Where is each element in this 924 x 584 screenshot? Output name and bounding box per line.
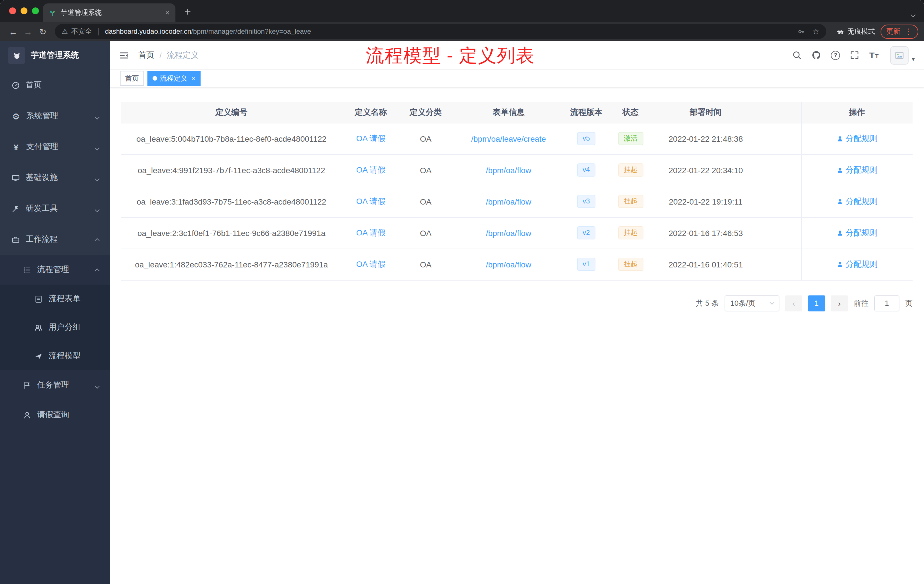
forward-button[interactable]: → [21,27,35,36]
user-icon [837,198,843,205]
help-icon[interactable]: ? [831,51,840,60]
key-icon[interactable] [798,28,805,35]
sidebar-item-home[interactable]: 首页 [0,70,110,101]
window-close-button[interactable] [9,7,16,14]
form-link[interactable]: /bpm/oa/flow [486,260,531,269]
column-header-id: 定义编号 [121,102,342,123]
sidebar-item-payment[interactable]: ¥ 支付管理 [0,132,110,162]
url-domain: dashboard.yudao.iocoder.cn [105,27,191,35]
sidebar-item-process-management[interactable]: 流程管理 [0,255,110,285]
form-link[interactable]: /bpm/oa/flow [486,165,531,175]
bookmark-star-icon[interactable]: ☆ [812,27,819,36]
assign-rule-link[interactable]: 分配规则 [837,196,878,206]
breadcrumb: 首页 / 流程定义 [138,50,199,60]
font-size-icon[interactable]: TT [869,50,879,60]
table-header-row: 定义编号 定义名称 定义分类 表单信息 流程版本 状态 部署时间 操作 [121,102,912,123]
sidebar-item-devtools[interactable]: 研发工具 [0,193,110,224]
app-shell: 芋道管理系统 首页 ⚙ 系统管理 ¥ 支付管理 [0,41,924,584]
logo-avatar [8,47,25,64]
user-icon [837,261,843,268]
chevron-up-icon [96,235,99,244]
definition-name-link[interactable]: OA 请假 [356,259,386,268]
caret-down-icon: ▾ [912,54,915,64]
sidebar-item-infrastructure[interactable]: 基础设施 [0,162,110,193]
sidebar-item-workflow[interactable]: 工作流程 [0,224,110,255]
browser-tab[interactable]: 芋道管理系统 × [43,3,175,22]
sidebar-empty-area [0,430,110,584]
form-link[interactable]: /bpm/oa/flow [486,228,531,238]
gear-icon: ⚙ [12,112,21,120]
form-icon [34,295,43,303]
window-minimize-button[interactable] [21,7,27,14]
definition-name-link[interactable]: OA 请假 [356,196,386,205]
avatar [891,46,909,64]
sidebar-item-process-form[interactable]: 流程表单 [0,285,110,313]
sidebar-item-task-management[interactable]: 任务管理 [0,370,110,400]
chrome-update-button[interactable]: 更新 ⋮ [881,24,918,39]
sidebar-item-leave-query[interactable]: 请假查询 [0,400,110,430]
sidebar-item-label: 工作流程 [26,234,58,244]
version-badge: v3 [577,195,596,208]
definition-name-link[interactable]: OA 请假 [356,134,386,143]
assign-rule-link[interactable]: 分配规则 [837,259,878,269]
new-tab-button[interactable]: + [185,6,191,17]
tag-close-icon[interactable]: × [191,75,195,82]
incognito-label: 无痕模式 [847,26,875,36]
security-label[interactable]: 不安全 [71,26,92,36]
sidebar-item-user-group[interactable]: 用户分组 [0,313,110,342]
sidebar-item-system[interactable]: ⚙ 系统管理 [0,101,110,132]
definition-name-link[interactable]: OA 请假 [356,228,386,237]
page-button-1[interactable]: 1 [808,295,825,311]
tools-icon [12,204,20,213]
window-zoom-button[interactable] [32,7,39,14]
user-icon [837,229,843,236]
sidebar-item-process-model[interactable]: 流程模型 [0,342,110,370]
fullscreen-icon[interactable] [850,50,860,60]
sidebar-item-label: 系统管理 [26,111,58,121]
definition-name-link[interactable]: OA 请假 [356,165,386,174]
user-icon [23,411,31,419]
window-controls [9,7,39,14]
logo-title: 芋道管理系统 [31,50,79,61]
search-icon[interactable] [792,50,802,60]
status-badge: 挂起 [618,258,643,271]
update-label: 更新 [886,26,901,36]
tag-label: 首页 [125,73,139,83]
assign-rule-link[interactable]: 分配规则 [837,228,878,238]
tag-process-definition[interactable]: 流程定义 × [147,71,201,86]
definition-id: oa_leave:2:3c1f0ef1-76b1-11ec-9c66-a2380… [137,228,325,238]
status-badge: 挂起 [618,195,643,208]
prev-page-button[interactable]: ‹ [785,295,802,311]
page-size-select[interactable]: 10条/页 [724,295,779,311]
sidebar-item-label: 流程表单 [49,294,81,304]
user-menu[interactable]: ▾ [891,46,915,64]
assign-rule-link[interactable]: 分配规则 [837,134,878,144]
next-page-button[interactable]: › [831,295,848,311]
annotation-title: 流程模型 - 定义列表 [366,43,535,69]
form-link[interactable]: /bpm/oa/flow [486,197,531,206]
list-icon [23,266,31,274]
tab-search-chevron-icon[interactable] [911,8,915,19]
reload-button[interactable]: ↻ [35,27,50,36]
tag-home[interactable]: 首页 [120,71,144,86]
breadcrumb-current: 流程定义 [167,50,199,60]
sidebar-collapse-icon[interactable] [119,50,129,60]
back-button[interactable]: ← [6,27,21,36]
tab-close-icon[interactable]: × [165,8,170,16]
assign-rule-link[interactable]: 分配规则 [837,165,878,175]
table-row: oa_leave:3:1fad3d93-7b75-11ec-a3c8-acde4… [121,186,912,217]
deploy-time: 2022-01-22 21:48:38 [668,134,743,143]
definition-table: 定义编号 定义名称 定义分类 表单信息 流程版本 状态 部署时间 操作 [121,102,912,280]
chevron-down-icon [96,381,99,390]
breadcrumb-home[interactable]: 首页 [138,50,154,60]
goto-page-input[interactable] [874,295,899,311]
menu-dots-icon[interactable]: ⋮ [904,27,912,35]
sidebar-item-label: 支付管理 [26,142,58,152]
table-row: oa_leave:5:004b710b-7b8a-11ec-8ef0-acde4… [121,123,912,154]
form-link[interactable]: /bpm/oa/leave/create [471,134,546,143]
address-bar[interactable]: ⚠ 不安全 dashboard.yudao.iocoder.cn/bpm/man… [55,24,826,39]
sidebar-logo[interactable]: 芋道管理系统 [0,41,110,70]
column-header-deploy-time: 部署时间 [654,102,757,123]
page-size-value: 10条/页 [730,298,756,308]
github-icon[interactable] [812,50,821,60]
